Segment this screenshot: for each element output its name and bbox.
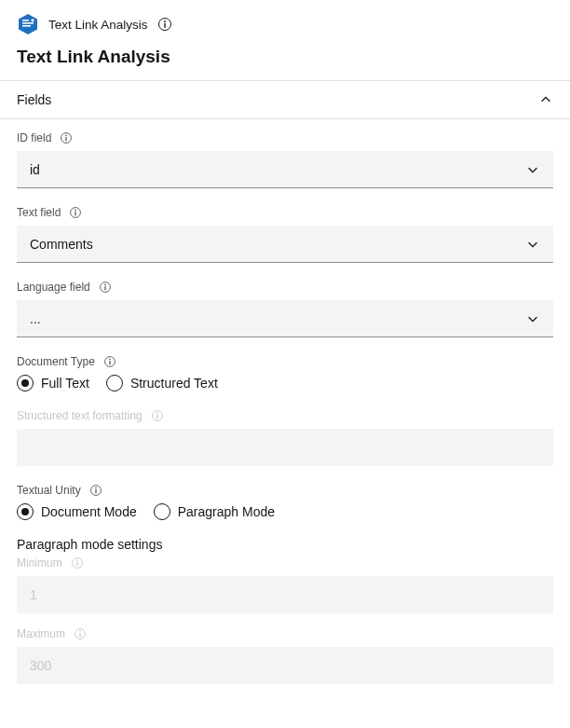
info-icon[interactable] <box>68 205 83 220</box>
info-icon <box>73 626 88 641</box>
svg-point-27 <box>76 560 78 562</box>
paragraph-settings-group: Paragraph mode settings Minimum 1 Maximu… <box>17 537 553 684</box>
id-field-select[interactable]: id <box>17 151 553 188</box>
svg-rect-22 <box>156 415 157 419</box>
maximum-value: 300 <box>30 658 51 673</box>
svg-rect-1 <box>22 20 29 21</box>
minimum-value: 1 <box>30 587 37 602</box>
page-title: Text Link Analysis <box>0 41 570 80</box>
text-field-select[interactable]: Comments <box>17 226 553 263</box>
svg-point-18 <box>109 359 111 361</box>
svg-rect-25 <box>95 489 96 493</box>
textual-unity-label: Textual Unity <box>17 484 81 497</box>
radio-document-mode[interactable]: Document Mode <box>17 503 137 520</box>
svg-marker-0 <box>19 14 37 34</box>
svg-point-9 <box>66 135 68 137</box>
svg-point-21 <box>156 413 158 415</box>
minimum-label: Minimum <box>17 556 62 570</box>
language-field-value: ... <box>30 311 41 326</box>
radio-full-text[interactable]: Full Text <box>17 375 89 391</box>
info-icon <box>150 408 165 423</box>
svg-rect-3 <box>22 25 31 27</box>
info-icon[interactable] <box>98 280 113 295</box>
fields-section-title: Fields <box>17 92 51 107</box>
structured-text-input <box>17 429 553 466</box>
maximum-label: Maximum <box>17 627 65 640</box>
svg-point-6 <box>164 21 166 22</box>
chevron-down-icon <box>525 311 540 326</box>
id-field-group: ID field id <box>17 130 553 188</box>
radio-structured-text[interactable]: Structured Text <box>106 375 218 391</box>
maximum-input: 300 <box>17 647 553 684</box>
radio-paragraph-mode-label: Paragraph Mode <box>178 504 275 519</box>
radio-document-mode-label: Document Mode <box>41 504 137 519</box>
structured-text-group: Structured text formatting <box>17 408 553 466</box>
chevron-down-icon <box>525 162 540 177</box>
document-type-label: Document Type <box>17 355 95 368</box>
paragraph-settings-title: Paragraph mode settings <box>17 537 553 552</box>
language-field-group: Language field ... <box>17 280 553 337</box>
svg-rect-10 <box>66 137 67 141</box>
radio-full-text-label: Full Text <box>41 376 89 391</box>
text-field-group: Text field Comments <box>17 205 553 263</box>
id-field-value: id <box>30 162 40 177</box>
language-field-select[interactable]: ... <box>17 300 553 337</box>
svg-point-12 <box>75 210 77 212</box>
svg-rect-16 <box>104 286 105 290</box>
node-label: Text Link Analysis <box>48 18 148 32</box>
radio-structured-text-label: Structured Text <box>130 376 218 391</box>
svg-rect-19 <box>109 361 110 364</box>
svg-point-15 <box>104 284 106 286</box>
language-field-label: Language field <box>17 281 90 294</box>
svg-rect-28 <box>76 562 77 566</box>
id-field-label: ID field <box>17 131 51 144</box>
info-icon[interactable] <box>88 483 103 498</box>
document-type-group: Document Type Full Text Structured Text <box>17 354 553 391</box>
svg-rect-13 <box>75 212 76 215</box>
svg-rect-7 <box>164 23 165 28</box>
structured-text-label: Structured text formatting <box>17 409 142 422</box>
fields-section-body: ID field id Text field Comments <box>0 119 570 697</box>
chevron-up-icon <box>538 92 553 107</box>
info-icon <box>70 556 85 570</box>
textual-unity-group: Textual Unity Document Mode Paragraph Mo… <box>17 483 553 520</box>
info-icon[interactable] <box>59 130 74 145</box>
info-icon[interactable] <box>157 17 172 32</box>
radio-paragraph-mode[interactable]: Paragraph Mode <box>154 503 275 520</box>
info-icon[interactable] <box>102 354 117 369</box>
svg-rect-2 <box>22 22 34 24</box>
text-field-value: Comments <box>30 237 93 252</box>
svg-point-30 <box>79 631 81 633</box>
minimum-input: 1 <box>17 576 553 613</box>
svg-point-24 <box>95 488 97 489</box>
text-field-label: Text field <box>17 206 61 219</box>
fields-section-header[interactable]: Fields <box>0 80 570 119</box>
text-link-analysis-icon <box>17 13 39 35</box>
svg-point-4 <box>31 19 34 21</box>
chevron-down-icon <box>525 237 540 252</box>
node-header: Text Link Analysis <box>0 0 570 41</box>
svg-rect-31 <box>79 633 80 637</box>
